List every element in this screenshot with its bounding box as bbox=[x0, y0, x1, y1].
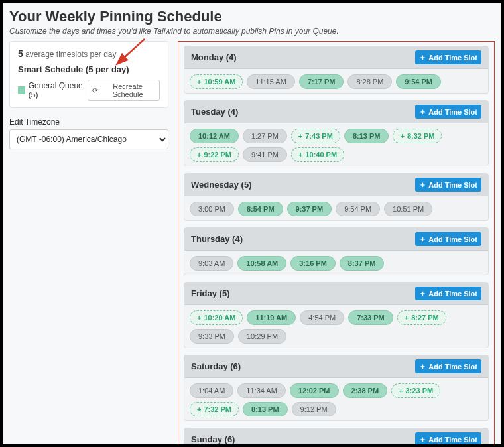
plus-icon: + bbox=[400, 133, 404, 140]
suggested-time-slot[interactable]: +8:32 PM bbox=[393, 129, 442, 143]
day-title: Sunday (6) bbox=[191, 434, 235, 444]
time-slot-label: 1:27 PM bbox=[251, 132, 279, 140]
time-slot-label: 7:17 PM bbox=[308, 78, 336, 86]
time-slot[interactable]: 1:27 PM bbox=[243, 129, 287, 143]
suggested-time-slot[interactable]: +10:40 PM bbox=[291, 147, 344, 162]
suggested-time-slot[interactable]: +9:22 PM bbox=[190, 147, 239, 162]
plus-icon: + bbox=[197, 314, 201, 322]
suggested-time-slot[interactable]: +7:43 PM bbox=[291, 129, 340, 143]
add-time-slot-button[interactable]: ＋Add Time Slot bbox=[415, 105, 481, 119]
day-header: Monday (4)＋Add Time Slot bbox=[184, 46, 488, 69]
day-block: Tuesday (4)＋Add Time Slot10:12 AM1:27 PM… bbox=[184, 100, 489, 166]
add-time-slot-button[interactable]: ＋Add Time Slot bbox=[415, 287, 481, 300]
slots-row: +10:20 AM11:19 AM4:54 PM7:33 PM+8:27 PM9… bbox=[184, 305, 488, 344]
time-slot[interactable]: 9:54 PM bbox=[336, 202, 380, 216]
time-slot[interactable]: 10:58 AM bbox=[237, 256, 286, 271]
time-slot-label: 2:38 PM bbox=[351, 387, 379, 395]
time-slot-label: 7:43 PM bbox=[305, 132, 333, 140]
day-title: Tuesday (4) bbox=[191, 107, 238, 117]
plus-icon: ＋ bbox=[419, 107, 426, 117]
plus-icon: + bbox=[298, 133, 302, 140]
day-block: Monday (4)＋Add Time Slot+10:59 AM11:15 A… bbox=[184, 46, 489, 94]
time-slot-label: 10:20 AM bbox=[204, 314, 235, 322]
avg-count: 5 bbox=[18, 48, 23, 59]
day-title: Saturday (6) bbox=[191, 361, 241, 371]
plus-icon: ＋ bbox=[419, 434, 426, 444]
time-slot-label: 8:28 PM bbox=[356, 78, 383, 86]
time-slot-label: 10:58 AM bbox=[246, 259, 278, 267]
time-slot[interactable]: 7:17 PM bbox=[299, 74, 344, 89]
time-slot[interactable]: 9:12 PM bbox=[292, 402, 336, 416]
time-slot[interactable]: 8:13 PM bbox=[344, 129, 389, 143]
suggested-time-slot[interactable]: +8:27 PM bbox=[397, 310, 446, 325]
time-slot-label: 11:34 AM bbox=[246, 387, 277, 395]
time-slot-label: 8:13 PM bbox=[251, 405, 279, 413]
plus-icon: + bbox=[399, 387, 403, 395]
day-header: Tuesday (4)＋Add Time Slot bbox=[184, 101, 488, 123]
plus-icon: ＋ bbox=[419, 52, 426, 62]
time-slot-label: 10:40 PM bbox=[305, 151, 337, 159]
day-block: Friday (5)＋Add Time Slot+10:20 AM11:19 A… bbox=[184, 282, 489, 348]
time-slot[interactable]: 8:37 PM bbox=[340, 256, 385, 271]
plus-icon: ＋ bbox=[419, 234, 426, 244]
schedule-grid: Monday (4)＋Add Time Slot+10:59 AM11:15 A… bbox=[178, 41, 495, 447]
recreate-schedule-button[interactable]: ⟳ Recreate Schedule bbox=[88, 80, 160, 101]
plus-icon: + bbox=[405, 314, 409, 322]
add-time-slot-button[interactable]: ＋Add Time Slot bbox=[415, 359, 481, 373]
add-time-slot-button[interactable]: ＋Add Time Slot bbox=[415, 50, 481, 64]
time-slot[interactable]: 9:37 PM bbox=[287, 202, 332, 216]
suggested-time-slot[interactable]: +10:20 AM bbox=[190, 310, 243, 325]
time-slot[interactable]: 1:04 AM bbox=[190, 383, 233, 398]
day-header: Friday (5)＋Add Time Slot bbox=[184, 283, 488, 305]
time-slot[interactable]: 11:34 AM bbox=[237, 383, 285, 398]
time-slot[interactable]: 9:41 PM bbox=[243, 147, 287, 162]
time-slot[interactable]: 9:33 PM bbox=[190, 329, 234, 344]
time-slot-label: 9:54 PM bbox=[405, 78, 432, 86]
plus-icon: + bbox=[197, 78, 201, 86]
time-slot[interactable]: 12:02 PM bbox=[290, 383, 339, 398]
page-subtitle: Customize the days and times you'd like … bbox=[9, 27, 495, 36]
add-time-slot-label: Add Time Slot bbox=[428, 235, 477, 243]
timezone-select[interactable]: (GMT -06:00) America/Chicago bbox=[9, 129, 168, 149]
time-slot[interactable]: 10:51 PM bbox=[384, 202, 432, 216]
add-time-slot-label: Add Time Slot bbox=[428, 54, 477, 62]
plus-icon: + bbox=[197, 151, 201, 159]
suggested-time-slot[interactable]: +3:23 PM bbox=[391, 383, 440, 398]
day-block: Thursday (4)＋Add Time Slot9:03 AM10:58 A… bbox=[184, 227, 489, 275]
slots-row: 10:12 AM1:27 PM+7:43 PM8:13 PM+8:32 PM+9… bbox=[184, 123, 488, 162]
time-slot[interactable]: 3:00 PM bbox=[190, 202, 234, 216]
time-slot[interactable]: 2:38 PM bbox=[343, 383, 388, 398]
day-header: Saturday (6)＋Add Time Slot bbox=[184, 355, 488, 378]
time-slot-label: 8:13 PM bbox=[353, 132, 381, 140]
add-time-slot-button[interactable]: ＋Add Time Slot bbox=[415, 232, 481, 246]
time-slot[interactable]: 3:16 PM bbox=[290, 256, 336, 271]
time-slot-label: 10:12 AM bbox=[198, 132, 230, 140]
time-slot[interactable]: 8:13 PM bbox=[243, 402, 288, 416]
recreate-label: Recreate Schedule bbox=[100, 82, 155, 98]
time-slot[interactable]: 8:28 PM bbox=[347, 74, 392, 89]
day-block: Saturday (6)＋Add Time Slot1:04 AM11:34 A… bbox=[184, 355, 489, 421]
time-slot-label: 9:41 PM bbox=[251, 151, 279, 159]
add-time-slot-label: Add Time Slot bbox=[428, 181, 477, 189]
time-slot[interactable]: 9:03 AM bbox=[190, 256, 233, 271]
time-slot-label: 8:27 PM bbox=[411, 314, 439, 322]
add-time-slot-label: Add Time Slot bbox=[428, 290, 477, 298]
time-slot[interactable]: 11:19 AM bbox=[247, 310, 296, 325]
time-slot-label: 7:32 PM bbox=[204, 405, 231, 413]
time-slot[interactable]: 4:54 PM bbox=[300, 310, 344, 325]
time-slot[interactable]: 7:33 PM bbox=[348, 310, 393, 325]
add-time-slot-button[interactable]: ＋Add Time Slot bbox=[415, 178, 481, 192]
time-slot-label: 9:37 PM bbox=[296, 205, 324, 213]
add-time-slot-button[interactable]: ＋Add Time Slot bbox=[415, 432, 481, 446]
time-slot[interactable]: 8:54 PM bbox=[238, 202, 283, 216]
suggested-time-slot[interactable]: +7:32 PM bbox=[190, 402, 239, 416]
suggested-time-slot[interactable]: +10:59 AM bbox=[190, 74, 243, 89]
plus-icon: ＋ bbox=[419, 361, 426, 371]
time-slot[interactable]: 9:54 PM bbox=[396, 74, 441, 89]
time-slot-label: 3:16 PM bbox=[299, 259, 327, 267]
add-time-slot-label: Add Time Slot bbox=[428, 436, 477, 444]
time-slot[interactable]: 10:29 PM bbox=[238, 329, 286, 344]
time-slot[interactable]: 11:15 AM bbox=[247, 74, 294, 89]
time-slot[interactable]: 10:12 AM bbox=[190, 129, 239, 143]
time-slot-label: 4:54 PM bbox=[308, 314, 336, 322]
